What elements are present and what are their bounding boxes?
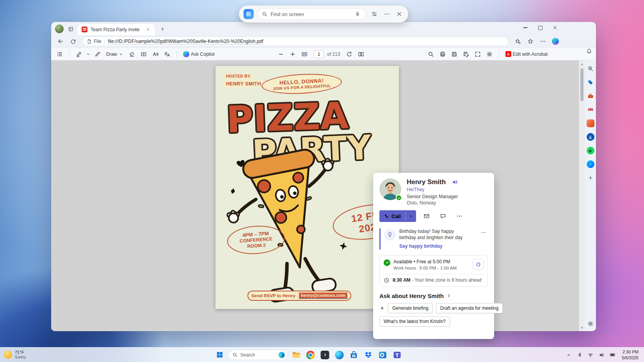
weather-widget[interactable]: 71°F Sunny — [4, 348, 26, 362]
minimize-button[interactable] — [518, 22, 533, 34]
back-button[interactable] — [55, 36, 66, 47]
chrome-icon[interactable] — [305, 349, 317, 361]
clock[interactable]: 2:30 PM 5/6/2025 — [622, 349, 639, 361]
browser-more-icon[interactable] — [537, 36, 548, 47]
avatar[interactable] — [379, 178, 401, 200]
edit-with-acrobat-button[interactable]: A Edit with Acrobat — [503, 49, 550, 59]
work-location-home-icon[interactable] — [473, 259, 484, 270]
sidebar-search-icon[interactable] — [586, 64, 595, 73]
wifi-icon[interactable] — [586, 350, 595, 360]
favorites-icon[interactable] — [525, 36, 536, 47]
add-favorite-icon[interactable] — [512, 36, 523, 47]
pdf-toolbar-left: Draw Ask Copilot — [54, 49, 217, 59]
highlighter-dropdown-icon[interactable] — [85, 49, 91, 59]
find-settings-button[interactable] — [370, 10, 379, 18]
page-number-input[interactable] — [314, 50, 324, 58]
rsvp-email-link[interactable]: henry@contoso.com — [299, 293, 347, 299]
refresh-button[interactable] — [68, 36, 78, 47]
store-icon[interactable] — [348, 349, 360, 361]
draw-button[interactable]: Draw — [104, 49, 126, 59]
notifications-bell-icon[interactable] — [585, 47, 593, 55]
print-icon[interactable] — [437, 49, 448, 59]
scroll-up-icon[interactable]: ▲ — [579, 61, 585, 67]
find-on-screen-field[interactable] — [258, 8, 366, 20]
suggestion-chip-generate-briefing[interactable]: Generate briefing — [388, 303, 433, 313]
read-aloud-icon[interactable] — [150, 49, 161, 59]
messenger-icon[interactable] — [586, 160, 595, 169]
pen-icon[interactable] — [92, 49, 103, 59]
page-view-icon[interactable] — [356, 49, 366, 59]
eraser-icon[interactable] — [126, 49, 137, 59]
ask-about-section[interactable]: Ask about Henry Smith — [379, 293, 488, 299]
file-protocol-chip[interactable]: File — [87, 39, 105, 44]
say-happy-birthday-link[interactable]: Say happy birthday — [399, 243, 443, 249]
address-bar[interactable]: File file:///D:/PDF/sample%20pdf/William… — [82, 37, 509, 46]
maximize-button[interactable] — [533, 22, 548, 34]
battery-icon[interactable] — [608, 350, 617, 360]
fullscreen-icon[interactable] — [472, 49, 483, 59]
m365-icon[interactable] — [586, 119, 595, 128]
teams-icon[interactable] — [391, 349, 403, 361]
pdf-settings-icon[interactable] — [484, 49, 495, 59]
pdf-toolbar-right: A Edit with Acrobat — [425, 49, 550, 59]
taskbar-search[interactable]: Search — [228, 350, 288, 360]
highlighter-icon[interactable] — [73, 49, 84, 59]
find-on-screen-input[interactable] — [270, 11, 350, 17]
copilot-icon[interactable] — [550, 36, 561, 47]
edge-icon[interactable] — [334, 349, 345, 361]
chat-icon[interactable] — [437, 210, 449, 222]
file-explorer-icon[interactable] — [290, 349, 302, 361]
save-as-icon[interactable] — [461, 49, 471, 59]
pronounce-name-icon[interactable] — [451, 179, 458, 186]
email-icon[interactable] — [421, 210, 432, 222]
save-icon[interactable] — [449, 49, 460, 59]
chevron-right-icon — [446, 293, 452, 298]
pdf-scrollbar[interactable]: ▲ ▼ — [579, 60, 584, 331]
url-text[interactable]: file:///D:/PDF/sample%20pdf/William%20Sa… — [108, 39, 263, 44]
call-button[interactable]: Call — [379, 210, 406, 222]
divider — [499, 51, 499, 58]
find-close-button[interactable] — [395, 10, 404, 18]
birthday-more-icon[interactable] — [479, 228, 488, 237]
games-icon[interactable] — [586, 105, 595, 114]
add-sidebar-app-icon[interactable] — [586, 174, 595, 182]
browser-tab[interactable]: Team Pizza Party Invite — [78, 24, 155, 35]
shopping-icon[interactable] — [586, 78, 595, 87]
drop-icon[interactable] — [586, 133, 595, 141]
zoom-out-icon[interactable] — [276, 49, 286, 59]
spotify-icon[interactable] — [586, 146, 595, 155]
mic-icon[interactable] — [353, 10, 362, 18]
tab-actions-icon[interactable] — [66, 24, 75, 34]
add-text-icon[interactable] — [138, 49, 149, 59]
fit-width-icon[interactable] — [299, 49, 310, 59]
window-close-button[interactable] — [548, 22, 562, 34]
rotate-icon[interactable] — [344, 49, 355, 59]
suggestion-chip-draft-agenda[interactable]: Draft an agenda for meeting — [436, 303, 503, 313]
sidebar-settings-icon[interactable] — [586, 319, 595, 328]
ask-copilot-button[interactable]: Ask Copilot — [181, 49, 217, 59]
hidden-icons-chevron[interactable] — [564, 350, 573, 360]
tools-icon[interactable] — [586, 92, 595, 100]
bluetooth-icon[interactable] — [575, 350, 584, 360]
dropbox-icon[interactable] — [363, 349, 374, 361]
find-more-button[interactable] — [382, 10, 391, 18]
pdf-toolbar-center: of 213 — [276, 49, 366, 59]
browser-titlebar[interactable]: Team Pizza Party Invite — [51, 22, 596, 35]
call-options-chevron[interactable] — [406, 210, 416, 222]
scroll-down-icon[interactable]: ▼ — [579, 325, 585, 330]
terminal-icon[interactable] — [319, 349, 331, 361]
profile-avatar[interactable] — [55, 25, 64, 33]
pdf-viewport[interactable]: PIZZA PARTY — [51, 60, 579, 331]
scrollbar-thumb[interactable] — [580, 68, 584, 101]
volume-icon[interactable] — [597, 350, 606, 360]
zoom-in-icon[interactable] — [287, 49, 298, 59]
tab-close-icon[interactable] — [145, 27, 151, 33]
more-options-icon[interactable] — [454, 210, 465, 222]
translate-icon[interactable] — [162, 49, 173, 59]
toc-icon[interactable] — [54, 49, 65, 59]
new-tab-button[interactable] — [157, 24, 167, 34]
outlook-icon[interactable] — [377, 349, 389, 361]
suggestion-chip-latest-from-kristin[interactable]: What's the latest from Kristin? — [379, 316, 450, 327]
search-document-icon[interactable] — [425, 49, 436, 59]
start-button[interactable] — [214, 349, 226, 361]
